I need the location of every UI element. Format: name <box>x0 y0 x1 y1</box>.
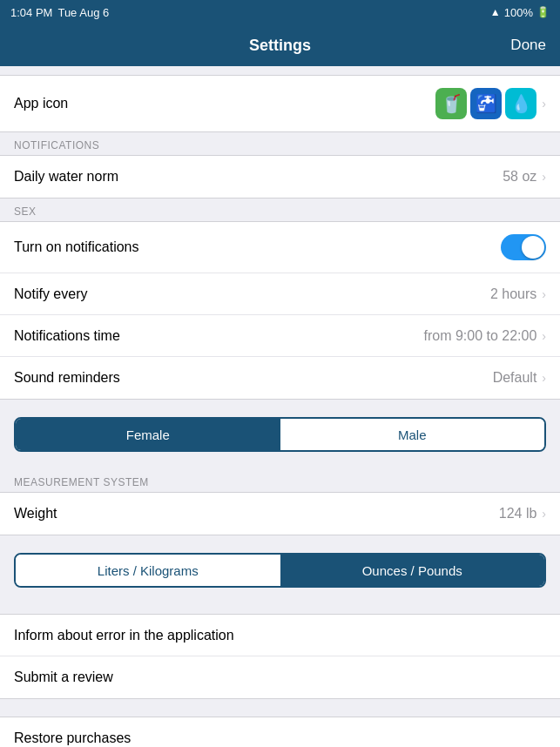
sex-section-label: SEX <box>0 199 560 221</box>
spacer-measurement <box>0 535 560 544</box>
battery-percentage: 100% <box>504 6 533 19</box>
notify-every-row[interactable]: Notify every 2 hours › <box>0 273 560 315</box>
weight-row[interactable]: Weight 124 lb › <box>0 493 560 535</box>
notifications-time-row[interactable]: Notifications time from 9:00 to 22:00 › <box>0 315 560 357</box>
app-icon-label: App icon <box>14 96 68 111</box>
daily-water-norm-row[interactable]: Daily water norm 58 oz › <box>0 156 560 198</box>
notifications-card: Daily water norm 58 oz › <box>0 155 560 199</box>
nav-title: Settings <box>249 37 311 55</box>
notifications-time-chevron: › <box>542 329 546 343</box>
submit-review-label: Submit a review <box>14 670 113 685</box>
weight-chevron: › <box>542 507 546 521</box>
done-button[interactable]: Done <box>510 37 546 54</box>
app-icon-chevron: › <box>542 97 546 111</box>
app-icon-card: App icon 🥤 🚰 💧 › <box>0 75 560 132</box>
restore-purchases-row[interactable]: Restore purchases <box>0 717 560 747</box>
restore-card: Restore purchases <box>0 717 560 747</box>
spacer-measurement-bottom <box>0 596 560 614</box>
weight-label: Weight <box>14 506 57 522</box>
notifications-toggle[interactable] <box>501 234 546 260</box>
spacer-sex <box>0 400 560 408</box>
notify-every-value: 2 hours <box>490 286 536 302</box>
sex-card: Turn on notifications Notify every 2 hou… <box>0 221 560 400</box>
status-bar: 1:04 PM Tue Aug 6 ▲ 100% 🔋 <box>0 0 560 24</box>
submit-review-row[interactable]: Submit a review <box>0 656 560 698</box>
weight-value: 124 lb <box>499 506 537 522</box>
notify-every-chevron: › <box>542 287 546 301</box>
sound-reminders-value: Default <box>493 370 537 386</box>
measurement-section-label: MEASUREMENT SYSTEM <box>0 469 560 492</box>
app-icon-blue: 🚰 <box>470 88 502 119</box>
measurement-card: Weight 124 lb › <box>0 492 560 535</box>
ounces-pounds-button[interactable]: Ounces / Pounds <box>280 555 545 586</box>
inform-error-label: Inform about error in the application <box>14 628 234 643</box>
sex-segmented-control[interactable]: Female Male <box>14 417 546 452</box>
status-time: 1:04 PM <box>10 6 52 19</box>
notifications-time-value: from 9:00 to 22:00 <box>423 328 536 344</box>
notifications-section-label: NOTIFICATIONS <box>0 132 560 155</box>
notify-every-label: Notify every <box>14 286 87 302</box>
wifi-icon: ▲ <box>490 6 501 18</box>
spacer-bottom <box>0 699 560 717</box>
turn-on-notifications-row: Turn on notifications <box>0 222 560 273</box>
app-icons: 🥤 🚰 💧 <box>435 88 536 119</box>
daily-water-norm-label: Daily water norm <box>14 169 118 185</box>
spacer-sex-bottom <box>0 461 560 469</box>
daily-water-norm-chevron: › <box>542 170 546 184</box>
app-icon-row[interactable]: App icon 🥤 🚰 💧 › <box>0 76 560 131</box>
sound-reminders-label: Sound reminders <box>14 370 120 386</box>
sound-reminders-chevron: › <box>542 371 546 385</box>
status-date: Tue Aug 6 <box>57 6 109 19</box>
liters-kilograms-button[interactable]: Liters / Kilograms <box>16 555 280 586</box>
measurement-segmented-control[interactable]: Liters / Kilograms Ounces / Pounds <box>14 553 546 588</box>
sound-reminders-row[interactable]: Sound reminders Default › <box>0 357 560 399</box>
turn-on-notifications-label: Turn on notifications <box>14 239 138 255</box>
toggle-knob <box>522 236 544 259</box>
notifications-time-label: Notifications time <box>14 328 120 344</box>
daily-water-norm-value: 58 oz <box>503 169 536 185</box>
restore-purchases-label: Restore purchases <box>14 730 131 746</box>
battery-icon: 🔋 <box>536 6 550 18</box>
app-icon-green: 🥤 <box>435 88 467 119</box>
sex-male-button[interactable]: Male <box>280 419 545 450</box>
app-icon-cyan: 💧 <box>505 88 536 119</box>
nav-bar: Settings Done <box>0 24 560 66</box>
sex-female-button[interactable]: Female <box>16 419 280 450</box>
info-card: Inform about error in the application Su… <box>0 614 560 699</box>
inform-error-row[interactable]: Inform about error in the application <box>0 615 560 656</box>
